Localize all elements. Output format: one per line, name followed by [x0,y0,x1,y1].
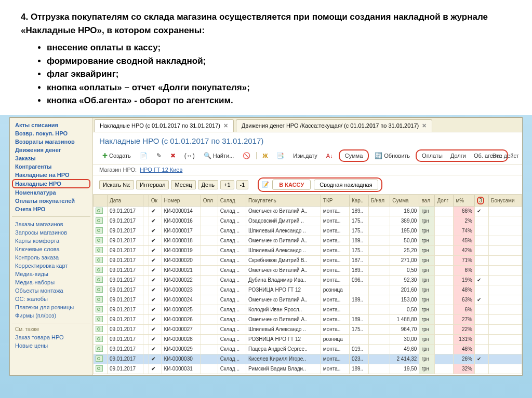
column-header[interactable]: Опл [201,195,218,206]
sidebar-item[interactable]: Корректировка карт [12,262,90,270]
column-header[interactable]: Дата [107,195,143,206]
close-icon[interactable]: ✕ [223,122,228,129]
doc-headline: 4. Отгрузка покупателям со склада магази… [21,10,511,37]
create-button[interactable]: ✚Создать [99,150,134,161]
copy-button[interactable]: 📄 [137,150,151,161]
column-header[interactable]: Бонусами [488,195,522,206]
column-header[interactable]: Долг [435,195,454,206]
close-icon[interactable]: ✕ [422,122,427,129]
column-header[interactable]: Покупатель [246,195,321,206]
sidebar-item[interactable]: Заказы [12,154,90,162]
debts-button[interactable]: Долги [447,151,469,160]
sidebar-item[interactable]: Новые цены [12,341,90,350]
column-header[interactable]: Номер [162,195,201,206]
column-header[interactable]: Сумма [390,195,419,206]
table-row[interactable]: 09.01.2017✔КИ-0000014Склад ..Омельченко … [94,206,522,216]
sidebar-item[interactable]: Счета НРО [12,205,90,213]
sidebar-item[interactable]: Запросы магазинов [12,228,90,237]
table-row[interactable]: 09.01.2017✔КИ-0000021Склад ..Омельченко … [94,265,522,275]
sidebar-item[interactable]: Контрагенты [12,162,90,171]
sidebar-item[interactable]: Медиа-виды [12,270,90,278]
table-row[interactable]: 09.01.2017✔КИ-0000019Склад ..Шпилевый Ал… [94,245,522,255]
refresh-button[interactable]: 🔄Обновить [371,150,413,161]
column-header[interactable] [94,195,108,206]
nav-button[interactable]: (↔) [181,150,198,161]
table-row[interactable]: 09.01.2017✔КИ-0000020Склад ..Скребников … [94,255,522,265]
sidebar-item[interactable]: Карты комфорта [12,237,90,245]
table-row[interactable]: 09.01.2017✔КИ-0000017Склад ..Шпилевый Ал… [94,226,522,236]
edit-button[interactable]: ✎ [153,150,165,161]
sidebar-item[interactable]: Контроль заказа [12,253,90,262]
sidebar-item[interactable]: Заказы магазинов [12,220,90,228]
sidebar-item[interactable]: Оплаты покупателей [12,197,90,205]
zh-button[interactable]: Ж [259,151,271,160]
table-cell: Римский Вадим Влади.. [246,364,321,374]
clear-find-button[interactable]: 🚫 [240,150,254,161]
table-cell: грн [419,334,435,344]
search-number-btn[interactable]: Искать №: [99,180,134,189]
tab[interactable]: Движения денег НРО /Касса:текущая/ (с 01… [236,119,432,132]
invoices-table[interactable]: ДатаОкНомерОплСкладПокупательТКРКар..Б/н… [93,195,522,374]
column-header[interactable]: м% [454,195,475,206]
table-cell: 175.. [349,226,368,236]
sidebar-item[interactable]: Заказ товара НРО [12,333,90,341]
tab[interactable]: Накладные НРО (с 01.01.2017 по 31.01.201… [94,119,234,132]
column-header[interactable] [143,195,149,206]
sidebar-item[interactable]: Возвр. покуп. НРО [12,129,90,138]
minus1-btn[interactable]: -1 [236,180,249,189]
another-button[interactable]: 📑 [273,150,287,161]
payments-button[interactable]: Оплаты [419,151,446,160]
sidebar-item[interactable]: Фирмы (пл/роз) [12,311,90,320]
svodnaya-button[interactable]: Сводная накладная [314,180,378,190]
sidebar-item[interactable]: Накладные НРО [12,179,90,188]
column-header[interactable]: Кар.. [349,195,368,206]
month-btn[interactable]: Месяц [171,180,195,189]
column-header[interactable]: Ок [149,195,162,206]
table-cell: 0,50 [390,265,419,275]
table-row[interactable]: 09.01.2017✔КИ-0000016Склад ..Озадовский … [94,216,522,226]
column-header[interactable]: Склад [218,195,246,206]
sidebar-item[interactable]: Объекты монтажа [12,286,90,295]
sidebar-item[interactable]: Движения денег [12,146,90,154]
table-row[interactable]: 09.01.2017✔КИ-0000024Склад ..Омельченко … [94,295,522,305]
table-cell: 271,00 [390,255,419,265]
summa-button[interactable]: Сумма [342,151,366,160]
table-row[interactable]: 09.01.2017✔КИ-0000018Склад ..Омельченко … [94,236,522,245]
az-button[interactable]: А↓ [323,151,336,160]
sidebar-item[interactable]: Ключевые слова [12,245,90,253]
sidebar-item[interactable]: Накладные на НРО [12,171,90,179]
column-header[interactable]: Б/нал [368,195,390,206]
delete-button[interactable]: ✖ [167,150,179,161]
column-header[interactable]: ТКР [321,195,349,206]
filter-value[interactable]: НРО ГТ 12 Киев [140,167,182,173]
interval-btn[interactable]: Интервал [136,180,169,189]
table-cell: ✔ [149,344,162,354]
all-actions-link[interactable]: Все дейст [493,153,519,159]
sidebar-item[interactable]: Платежи для розницы [12,303,90,311]
day-btn[interactable]: День [198,180,218,189]
table-row[interactable]: 09.01.2017✔КИ-0000022Склад ..Дубина Влад… [94,275,522,285]
sidebar-item[interactable]: Возвраты магазинов [12,138,90,146]
table-row[interactable]: 09.01.2017✔КИ-0000025Склад ..Колодий Ива… [94,305,522,314]
table-row[interactable]: 09.01.2017✔КИ-0000026Склад ..Омельченко … [94,314,522,324]
table-row[interactable]: 09.01.2017✔КИ-0000023Склад ..РОЗНИЦА НРО… [94,285,522,295]
table-row[interactable]: 09.01.2017✔КИ-0000031Склад ..Римский Вад… [94,364,522,374]
sidebar-item[interactable]: Медиа-наборы [12,278,90,286]
table-cell [435,245,454,255]
sidebar-item[interactable]: Акты списания [12,121,90,129]
table-row[interactable]: 09.01.2017✔КИ-0000030Склад ..Киселев Кир… [94,354,522,364]
sidebar-item[interactable]: ОС: жалобы [12,295,90,303]
column-header[interactable]: З [474,195,488,206]
plus1-btn[interactable]: +1 [220,180,234,189]
table-cell: Омельченко Виталий А.. [246,295,321,305]
find-button[interactable]: 🔍Найти... [201,150,237,161]
sidebar-item[interactable]: Номенклатура [12,188,90,197]
table-row[interactable]: 09.01.2017✔КИ-0000028Склад ..РОЗНИЦА НРО… [94,334,522,344]
table-row[interactable]: 09.01.2017✔КИ-0000029Склад ..Пацера Андр… [94,344,522,354]
table-row[interactable]: 09.01.2017✔КИ-0000027Склад ..Шпилевый Ал… [94,324,522,334]
table-cell: Склад .. [218,255,246,265]
change-date-button[interactable]: Изм.дату [290,151,321,160]
table-cell: Скребников Дмитрий В.. [246,255,321,265]
kassa-button[interactable]: В КАССУ [272,180,311,190]
column-header[interactable]: вал [419,195,435,206]
